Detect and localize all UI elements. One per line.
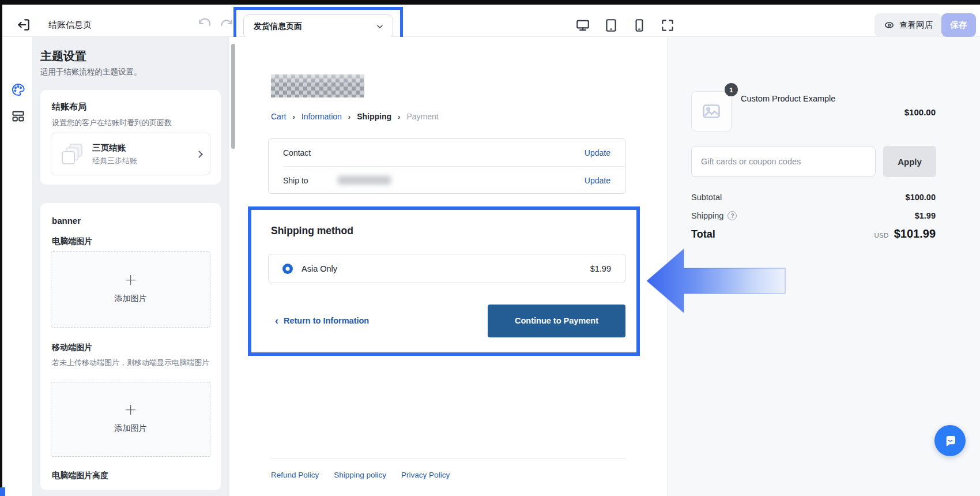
device-preview-switcher xyxy=(575,18,675,33)
chevron-right-icon xyxy=(195,151,203,158)
breadcrumb: Cart Information Shipping Payment xyxy=(271,112,439,121)
layout-card-description: 设置您的客户在结账时看到的页面数 xyxy=(52,118,172,128)
redo-button[interactable] xyxy=(219,17,234,32)
redo-icon xyxy=(219,17,234,32)
update-ship-to-link[interactable]: Update xyxy=(585,176,610,185)
desktop-preview-button[interactable] xyxy=(575,18,590,33)
layout-card-title: 结账布局 xyxy=(52,102,86,112)
product-thumbnail xyxy=(691,91,732,131)
page-title: 结账信息页 xyxy=(48,20,92,31)
checkout-layout-card: 结账布局 设置您的客户在结账时看到的页面数 三页结账 经典三步结账 xyxy=(40,90,221,185)
undo-button[interactable] xyxy=(197,17,212,32)
mobile-image-label: 移动端图片 xyxy=(52,343,92,353)
policy-links: Refund Policy Shipping policy Privacy Po… xyxy=(271,471,450,479)
plus-icon xyxy=(126,405,135,415)
stacked-pages-icon xyxy=(59,141,85,167)
banner-settings-card: banner 电脑端图片 添加图片 移动端图片 若未上传移动端图片，则移动端显示… xyxy=(40,203,221,490)
store-name-censored xyxy=(271,74,364,97)
topbar: 结账信息页 发货信息页面 xyxy=(2,5,980,37)
breadcrumb-shipping: Shipping xyxy=(357,112,391,121)
chat-widget-button[interactable] xyxy=(934,425,966,456)
chevron-down-icon xyxy=(375,22,385,31)
save-button[interactable]: 保存 xyxy=(941,13,976,37)
editor-icon-rail xyxy=(2,37,33,496)
continue-to-payment-button[interactable]: Continue to Payment xyxy=(488,305,625,337)
breadcrumb-separator-icon xyxy=(398,112,400,121)
layout-option-subtitle: 经典三步结账 xyxy=(92,156,189,166)
breadcrumb-separator-icon xyxy=(348,112,350,121)
coupon-code-input[interactable] xyxy=(691,146,876,177)
refund-policy-link[interactable]: Refund Policy xyxy=(271,471,319,479)
checkout-preview: Cart Information Shipping Payment Contac… xyxy=(237,37,667,496)
annotation-arrow-left-icon xyxy=(644,247,787,315)
apply-coupon-button[interactable]: Apply xyxy=(883,146,936,177)
add-image-label: 添加图片 xyxy=(115,294,147,304)
chevron-left-icon xyxy=(275,315,278,326)
shipping-actions: Return to Information Continue to Paymen… xyxy=(268,304,625,337)
total-label: Total xyxy=(691,228,715,241)
update-contact-link[interactable]: Update xyxy=(585,148,610,157)
return-to-information-link[interactable]: Return to Information xyxy=(275,315,369,326)
sidebar-scrollbar-thumb[interactable] xyxy=(231,44,235,149)
tablet-preview-button[interactable] xyxy=(604,18,619,33)
total-value: $101.99 xyxy=(894,227,936,241)
add-image-label: 添加图片 xyxy=(115,423,147,434)
shipping-policy-link[interactable]: Shipping policy xyxy=(334,471,386,479)
radio-selected-icon[interactable] xyxy=(282,264,293,274)
footer-divider xyxy=(271,458,625,459)
breadcrumb-cart[interactable]: Cart xyxy=(271,112,286,121)
ship-to-row: Ship to Update xyxy=(269,167,625,194)
desktop-image-label: 电脑端图片 xyxy=(52,236,92,247)
palette-icon xyxy=(10,82,26,97)
subtotal-value: $100.00 xyxy=(906,193,936,202)
total-group: USD $101.99 xyxy=(875,227,936,241)
chat-bubble-icon xyxy=(943,433,958,449)
shipping-option-price: $1.99 xyxy=(590,264,611,273)
sidebar-scrollbar-track[interactable] xyxy=(229,37,237,496)
layout-option-title: 三页结账 xyxy=(92,142,189,153)
shipping-option-asia-only[interactable]: Asia Only $1.99 xyxy=(268,254,625,283)
privacy-policy-link[interactable]: Privacy Policy xyxy=(401,471,450,479)
add-desktop-image-dropzone[interactable]: 添加图片 xyxy=(51,251,210,328)
return-link-label: Return to Information xyxy=(284,316,369,325)
fullscreen-icon xyxy=(660,18,675,33)
three-page-checkout-option[interactable]: 三页结账 经典三步结账 xyxy=(51,133,210,175)
breadcrumb-information[interactable]: Information xyxy=(301,112,342,121)
panel-heading: 主题设置 xyxy=(40,48,86,64)
exit-icon xyxy=(16,17,32,32)
breadcrumb-separator-icon xyxy=(292,112,295,121)
subtotal-label: Subtotal xyxy=(691,193,722,202)
shipping-option-name: Asia Only xyxy=(301,264,582,273)
mobile-image-note: 若未上传移动端图片，则移动端显示电脑端图片 xyxy=(52,356,211,370)
banner-card-title: banner xyxy=(52,216,81,226)
sections-tab[interactable] xyxy=(10,108,26,124)
mobile-preview-button[interactable] xyxy=(632,18,647,33)
eye-icon xyxy=(884,20,895,31)
panel-subheading: 适用于结账流程的主题设置。 xyxy=(40,67,142,77)
image-placeholder-icon xyxy=(701,101,722,122)
help-icon[interactable] xyxy=(728,211,737,220)
corner-highlight-fragment xyxy=(0,487,5,496)
page-selector-value: 发货信息页面 xyxy=(254,21,375,32)
editor-window: 结账信息页 发货信息页面 xyxy=(0,0,980,496)
plus-icon xyxy=(126,275,135,285)
mobile-icon xyxy=(632,18,647,33)
item-quantity-badge: 1 xyxy=(725,83,738,96)
shipping-label: Shipping xyxy=(691,211,737,220)
product-name: Custom Product Example xyxy=(741,94,835,103)
desktop-image-height-label: 电脑端图片高度 xyxy=(52,471,108,481)
add-mobile-image-dropzone[interactable]: 添加图片 xyxy=(51,382,210,457)
theme-settings-tab[interactable] xyxy=(10,82,26,97)
fullscreen-preview-button[interactable] xyxy=(660,18,675,33)
ship-to-address-censored xyxy=(338,176,391,185)
view-store-label: 查看网店 xyxy=(899,20,933,31)
shipping-value: $1.99 xyxy=(915,211,936,220)
contact-row: Contact Update xyxy=(269,139,625,166)
layout-blocks-icon xyxy=(10,108,26,124)
view-store-button[interactable]: 查看网店 xyxy=(875,13,942,37)
desktop-icon xyxy=(575,18,590,33)
exit-editor-button[interactable] xyxy=(16,17,32,33)
page-selector[interactable]: 发货信息页面 xyxy=(243,14,393,39)
breadcrumb-payment: Payment xyxy=(406,112,438,121)
currency-code: USD xyxy=(875,232,889,239)
